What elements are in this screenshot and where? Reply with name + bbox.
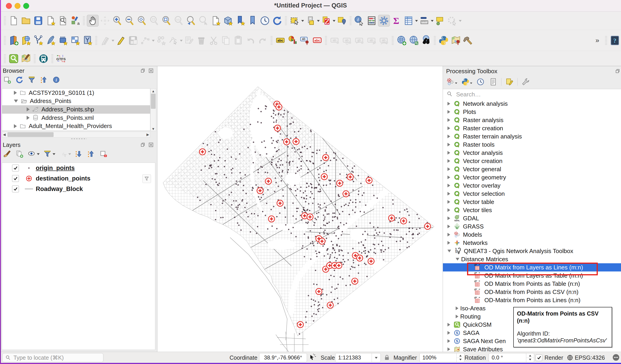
edit-features-in-place-button[interactable] <box>505 77 514 86</box>
deselect-features-dropdown[interactable] <box>333 20 335 23</box>
osm-place-search-button[interactable] <box>450 34 462 46</box>
chevron-right-icon[interactable] <box>448 339 450 343</box>
cut-features-button[interactable] <box>208 34 220 46</box>
search-layers-button[interactable] <box>420 34 432 46</box>
vertex-tool-button[interactable] <box>167 34 179 46</box>
processing-options-button[interactable] <box>521 77 530 86</box>
chevron-right-icon[interactable] <box>448 216 450 220</box>
toolbox-vector-tiles[interactable]: Vector tiles <box>443 206 621 214</box>
scroll-down-arrow[interactable]: ▼ <box>151 127 156 131</box>
rotation-stepper[interactable] <box>526 353 534 362</box>
processing-toolbox-toggle-button[interactable] <box>378 15 390 27</box>
map-canvas[interactable] <box>157 66 443 352</box>
show-statistical-summary-button[interactable]: Σ <box>390 15 402 27</box>
toolbox-plots[interactable]: Plots <box>443 108 621 116</box>
copy-features-button[interactable] <box>220 34 232 46</box>
browser-horizontal-scrollbar[interactable]: ◀▶ <box>2 132 150 138</box>
layer-origin-points-checkbox[interactable] <box>12 165 19 172</box>
show-spatial-bookmarks-button[interactable] <box>247 15 259 27</box>
move-label-button[interactable]: ab <box>341 34 353 46</box>
chevron-right-icon[interactable] <box>448 184 450 187</box>
measure-button[interactable] <box>418 15 430 27</box>
chevron-right-icon[interactable] <box>448 323 450 327</box>
toolbox-vector-table[interactable]: Vector table <box>443 198 621 206</box>
chevron-down-icon[interactable] <box>456 258 459 261</box>
coordinate-extents-toggle[interactable] <box>309 352 316 363</box>
browser-item-acst5y2019-s0101[interactable]: ACST5Y2019_S0101 (1) <box>2 89 150 97</box>
undo-button[interactable] <box>244 34 257 46</box>
toolbox-od-matrix-layers-table[interactable]: ODOD Matrix from Layers as Table (m:n) <box>443 271 621 280</box>
toolbox-vector-creation[interactable]: Vector creation <box>443 157 621 165</box>
chevron-right-icon[interactable] <box>448 143 450 146</box>
chevron-right-icon[interactable] <box>14 91 17 95</box>
browser-properties-button[interactable]: i <box>52 75 61 84</box>
pan-map-button[interactable] <box>87 15 99 27</box>
digitize-with-segment-dropdown[interactable] <box>152 40 155 43</box>
select-features-by-value-dropdown[interactable] <box>317 20 320 23</box>
show-layout-manager-button[interactable] <box>57 15 69 27</box>
zoom-native-resolution-button[interactable]: 1:1 <box>173 15 185 27</box>
toolbox-vector-overlay[interactable]: Vector overlay <box>443 181 621 190</box>
select-features-by-value-button[interactable] <box>305 15 316 27</box>
browser-refresh-button[interactable] <box>15 75 24 84</box>
new-3d-map-view-button[interactable] <box>222 15 234 27</box>
quickosm-button[interactable] <box>8 53 19 64</box>
panel-splitter[interactable] <box>0 137 157 140</box>
chevron-right-icon[interactable] <box>448 159 450 163</box>
refresh-map-button[interactable] <box>271 15 283 27</box>
render-checkbox[interactable] <box>535 354 542 361</box>
toolbox-vector-analysis[interactable]: Vector analysis <box>443 149 621 157</box>
chevron-right-icon[interactable] <box>448 110 450 114</box>
layer-filter-indicator[interactable] <box>142 174 151 183</box>
data-source-manager-button[interactable] <box>8 34 19 46</box>
chevron-right-icon[interactable] <box>27 116 30 120</box>
browser-collapse-all-button[interactable] <box>39 75 49 84</box>
map-tips-button[interactable] <box>434 15 446 27</box>
zoom-in-button[interactable] <box>111 15 123 27</box>
processing-float-button[interactable] <box>614 68 621 75</box>
chevron-right-icon[interactable] <box>448 192 450 195</box>
toolbox-od-matrix-points-csv[interactable]: ODOD-Matrix from Points as CSV (n:n) <box>443 288 621 296</box>
scroll-right-arrow[interactable]: ▶ <box>145 132 150 137</box>
chevron-right-icon[interactable] <box>448 102 450 106</box>
show-hide-labels-button[interactable]: ab <box>329 34 341 46</box>
horizontal-scroll-thumb[interactable] <box>7 132 53 137</box>
open-attribute-table-button[interactable] <box>403 15 414 27</box>
chevron-right-icon[interactable] <box>448 151 450 155</box>
filter-legend-dropdown[interactable] <box>52 153 55 157</box>
chevron-right-icon[interactable] <box>448 200 450 204</box>
help-button[interactable]: ? <box>609 34 621 46</box>
vertex-tool-dropdown[interactable] <box>180 40 183 43</box>
toolbar-overflow-button[interactable]: » <box>591 34 603 46</box>
toolbox-qneat3[interactable]: QNEATQNEAT3 - Qgis Network Analysis Tool… <box>443 247 621 255</box>
metasearch-catalog-search-button[interactable] <box>408 34 420 46</box>
toolbox-raster-creation[interactable]: Raster creation <box>443 124 621 132</box>
layer-roadway-block[interactable]: Roadway_Block <box>2 184 155 194</box>
locator-input[interactable] <box>13 354 96 361</box>
zoom-out-button[interactable] <box>124 15 136 27</box>
zoom-next-button[interactable] <box>197 15 209 27</box>
select-features-button[interactable] <box>289 15 301 27</box>
toolbox-od-matrix-layers-lines[interactable]: ODOD Matrix from Layers as Lines (m:n) <box>443 263 621 271</box>
new-project-button[interactable] <box>8 15 19 27</box>
change-label-properties-button[interactable]: ab <box>366 34 378 46</box>
current-edits-dropdown[interactable] <box>112 40 114 43</box>
open-attribute-table-dropdown[interactable] <box>415 20 418 23</box>
chevron-right-icon[interactable] <box>448 167 450 171</box>
layers-close-button[interactable] <box>148 142 155 148</box>
chevron-down-icon[interactable] <box>14 100 18 103</box>
toolbox-vector-selection[interactable]: Vector selection <box>443 190 621 198</box>
toolbox-grass[interactable]: GRASS <box>443 222 621 231</box>
chevron-right-icon[interactable] <box>448 233 450 237</box>
layer-destination-points-checkbox[interactable] <box>12 175 19 182</box>
scripts-menu-button[interactable] <box>461 77 470 86</box>
run-feature-action-button[interactable] <box>446 15 458 27</box>
layer-origin-points[interactable]: origin_points <box>2 163 155 173</box>
results-viewer-button[interactable] <box>489 77 498 86</box>
layer-labeling-options-button[interactable]: abc <box>275 34 286 46</box>
crs-status[interactable]: EPSG:4326 <box>567 352 605 363</box>
browser-item-address-points-shp[interactable]: Address_Points.shp <box>2 105 150 114</box>
add-record-button[interactable] <box>155 34 167 46</box>
zoom-to-selection-button[interactable] <box>148 15 160 27</box>
magnifier-stepper[interactable] <box>456 353 464 362</box>
